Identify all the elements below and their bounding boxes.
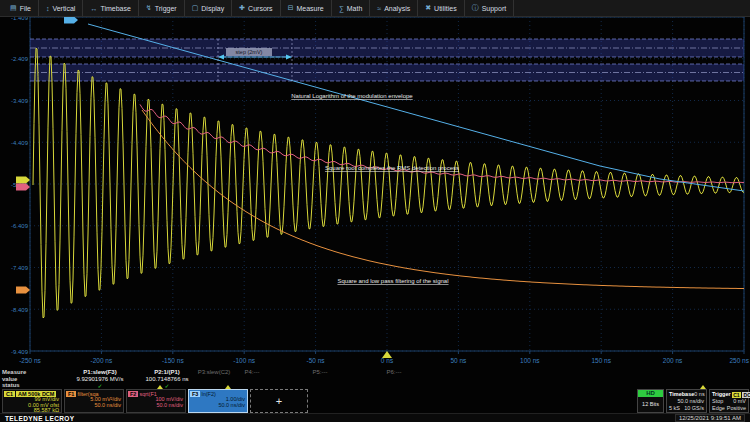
- annotation-text: Square root completes the RMS detection …: [325, 165, 459, 171]
- y-axis-label: -6.409: [11, 223, 29, 229]
- x-axis-label: 150 ns: [591, 357, 611, 364]
- descriptor-c1[interactable]: C1AM 500k DCM99 mV/div0.00 mV ofst85.587…: [2, 389, 62, 413]
- timebase-icon: ↔: [90, 5, 97, 12]
- parameter-label[interactable]: P5:---: [313, 369, 328, 375]
- menu-file[interactable]: ▤File: [3, 0, 39, 16]
- trigger-source-badge: C1: [732, 392, 741, 398]
- trigger-icon: ↯: [146, 4, 152, 12]
- measure-row-label: value: [2, 376, 17, 382]
- measure-row-label: status: [2, 382, 20, 388]
- trace-function-label: sqrt(F1: [139, 391, 156, 397]
- x-axis-label: -250 ns: [19, 357, 41, 364]
- x-axis-label: 100 ns: [520, 357, 540, 364]
- menu-label: Utilities: [434, 5, 457, 12]
- parameter-label[interactable]: P3:slew(C2): [198, 369, 231, 375]
- display-icon: ▢: [192, 4, 199, 12]
- parameter-label[interactable]: P6:---: [387, 369, 402, 375]
- parameter-label[interactable]: P4:---: [245, 369, 260, 375]
- menu-label: Trigger: [155, 5, 177, 12]
- timebase-scale: 50.0 ns/div: [677, 398, 704, 405]
- trigger-coupling-badge: DC: [742, 392, 750, 398]
- hd-bits-label: 12 Bits: [638, 401, 663, 407]
- menu-label: Display: [201, 5, 224, 12]
- menu-bar: ▤File↕Vertical↔Timebase↯Trigger▢Display✚…: [0, 0, 750, 17]
- x-axis-label: 200 ns: [663, 357, 683, 364]
- y-axis-label: -4.409: [11, 140, 29, 146]
- parameter-status: ✓: [97, 382, 102, 389]
- level-marker-f1[interactable]: [16, 287, 30, 294]
- trace-id-badge: F3: [190, 391, 200, 397]
- parameter-value: 9.92901976 MV/s: [76, 376, 123, 382]
- menu-label: Cursors: [248, 5, 273, 12]
- vertical-icon: ↕: [46, 5, 50, 12]
- menu-math[interactable]: ∑Math: [332, 0, 371, 16]
- hd-badge: HD: [638, 390, 663, 397]
- descriptor-f1[interactable]: F1filter(sqa5.00 mV²/div50.0 ns/div: [64, 389, 124, 413]
- annotation-anchor-icon: [225, 385, 231, 389]
- measure-table: MeasureP1:slew(F3)P2:1/(P1)P3:slew(C2)P4…: [0, 369, 750, 389]
- utilities-icon: ✖: [425, 4, 431, 12]
- y-axis-label: -8.409: [11, 307, 29, 313]
- menu-cursors[interactable]: ✚Cursors: [232, 0, 280, 16]
- measure-row-label: Measure: [2, 369, 26, 375]
- x-axis-label: -50 ns: [307, 357, 326, 364]
- menu-timebase[interactable]: ↔Timebase: [83, 0, 138, 16]
- timebase-offset: 0 ns: [694, 391, 704, 398]
- trace-setting: 50.0 ns/div: [127, 403, 185, 409]
- menu-utilities[interactable]: ✖Utilities: [418, 0, 464, 16]
- oscilloscope-screen: -1.409-2.409-3.409-4.409-5.409-6.409-7.4…: [0, 0, 750, 422]
- trace-function-label: ln(F2): [201, 391, 215, 397]
- menu-label: Vertical: [52, 5, 75, 12]
- trigger-level: 0 mV: [733, 398, 746, 405]
- brand-logo: TELEDYNE LECROY: [5, 415, 75, 422]
- step-label: step (2mV): [236, 49, 263, 55]
- menu-measure[interactable]: ⊟Measure: [281, 0, 332, 16]
- x-axis-label: -150 ns: [162, 357, 184, 364]
- level-marker-f3[interactable]: [64, 17, 78, 24]
- datetime-label: 12/25/2021 9:19:51 AM: [675, 414, 745, 422]
- annotation-text: Natural Logarithm of the modulation enve…: [291, 93, 413, 99]
- support-icon: ⓘ: [472, 3, 479, 13]
- menu-label: Analysis: [384, 5, 410, 12]
- analysis-icon: ≈: [377, 5, 381, 12]
- menu-display[interactable]: ▢Display: [185, 0, 233, 16]
- timebase-samples: 5 kS: [669, 405, 680, 412]
- x-axis-label: 250 ns: [729, 357, 749, 364]
- y-axis-label: -2.409: [11, 56, 29, 62]
- menu-label: Measure: [297, 5, 324, 12]
- menu-label: Math: [347, 5, 363, 12]
- status-bar: TELEDYNE LECROY 12/25/2021 9:19:51 AM: [0, 413, 750, 422]
- parameter-value: 100.7148766 ns: [145, 376, 188, 382]
- annotation-anchor-icon: [157, 385, 163, 389]
- hd-resolution-box[interactable]: HD 12 Bits: [637, 389, 664, 413]
- add-trace-button[interactable]: +: [250, 389, 308, 413]
- annotation-text: Square and low pass filtering of the sig…: [337, 278, 448, 284]
- trigger-type: Edge: [712, 405, 725, 412]
- parameter-label[interactable]: P1:slew(F3): [83, 369, 116, 375]
- trigger-time-marker[interactable]: [382, 351, 392, 358]
- waveform-display[interactable]: -1.409-2.409-3.409-4.409-5.409-6.409-7.4…: [0, 0, 750, 368]
- y-axis-label: -3.409: [11, 98, 29, 104]
- x-axis-label: -100 ns: [233, 357, 255, 364]
- measure-icon: ⊟: [288, 4, 294, 12]
- trigger-box[interactable]: TriggerC1DC Stop0 mV EdgePositive: [709, 389, 749, 413]
- menu-trigger[interactable]: ↯Trigger: [139, 0, 185, 16]
- timebase-box[interactable]: Timebase0 ns 50.0 ns/div 5 kS10 GS/s: [666, 389, 707, 413]
- trace-f1: [142, 110, 744, 289]
- trace-setting: 50.0 ns/div: [65, 403, 123, 409]
- y-axis-label: -7.409: [11, 265, 29, 271]
- menu-support[interactable]: ⓘSupport: [465, 0, 515, 16]
- x-axis-label: -200 ns: [91, 357, 113, 364]
- trigger-mode: Stop: [712, 398, 723, 405]
- timebase-title: Timebase: [669, 391, 694, 398]
- annotation-anchor-icon: [700, 385, 706, 389]
- x-axis-label: 50 ns: [450, 357, 467, 364]
- measure-row-status: status✓✓: [0, 382, 750, 389]
- menu-analysis[interactable]: ≈Analysis: [370, 0, 418, 16]
- timebase-rate: 10 GS/s: [684, 405, 704, 412]
- menu-label: Timebase: [100, 5, 130, 12]
- parameter-label[interactable]: P2:1/(P1): [154, 369, 180, 375]
- descriptor-f3[interactable]: F3ln(F2)1.00/div50.0 ns/div: [188, 389, 248, 413]
- descriptor-f2[interactable]: F2sqrt(F1100 mV/div50.0 ns/div: [126, 389, 186, 413]
- menu-vertical[interactable]: ↕Vertical: [39, 0, 83, 16]
